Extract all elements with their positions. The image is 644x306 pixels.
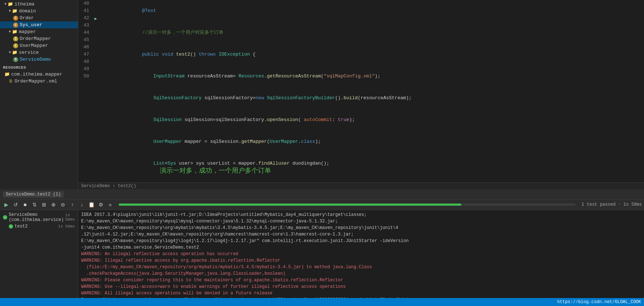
sidebar-item-label: OrderMapper bbox=[20, 36, 51, 41]
console-line-warning: WARNING: An illegal reflective access op… bbox=[81, 251, 641, 257]
class-icon: S bbox=[13, 57, 18, 62]
code-line-47: SqlSession sqlSession=sqlSessionFactory.… bbox=[102, 109, 644, 131]
test-item-label: test2 bbox=[15, 224, 28, 229]
sidebar-item-service-demo[interactable]: S ServiceDemo bbox=[0, 56, 78, 63]
sort-button[interactable]: ⇅ bbox=[31, 201, 39, 209]
sidebar-item-label: mapper bbox=[19, 29, 36, 35]
test-item-label: ServiceDemo (com.itheima.service) bbox=[9, 212, 64, 222]
folder-icon: 📁 bbox=[4, 72, 10, 77]
rerun-button[interactable]: ↺ bbox=[12, 201, 20, 209]
status-url: https://blog.csdn.net/GLOAL_COOK bbox=[557, 299, 641, 305]
breadcrumb: ServiceDemo › test2() bbox=[78, 182, 644, 189]
console-output[interactable]: IDEA 2017.3.4\plugins\junit\lib\junit-rt… bbox=[78, 210, 644, 298]
console-line-warning: WARNING: Please consider reporting this … bbox=[81, 277, 641, 283]
console-line: -junit4 com.itheima.service.ServiceDemo,… bbox=[81, 244, 641, 251]
console-line-warning: WARNING: All illegal access operations w… bbox=[81, 290, 641, 297]
test-time: 1s 58ms bbox=[58, 224, 75, 229]
line-numbers: 40 41 42 43 44 45 46 47 48 49 50 bbox=[78, 0, 92, 182]
folder-icon: 📁 bbox=[12, 29, 17, 35]
progress-bar-container bbox=[119, 204, 576, 206]
more-button[interactable]: » bbox=[106, 201, 114, 209]
code-line-41: @Test bbox=[102, 0, 644, 22]
test-tree: ServiceDemo (com.itheima.service) 1s 58m… bbox=[0, 210, 78, 298]
sidebar-item-sys-user[interactable]: C Sys_user bbox=[0, 21, 78, 28]
pass-icon bbox=[9, 224, 13, 229]
code-editor[interactable]: @Test //演示一对多，一个用户对应多个订单 public void tes… bbox=[99, 0, 644, 182]
interface-icon: I bbox=[13, 36, 18, 41]
test-item-test2[interactable]: test2 1s 58ms bbox=[1, 223, 76, 230]
code-line-46: SqlSessionFactory sqlSessionFactory=new … bbox=[102, 87, 644, 109]
console-line: IDEA 2017.3.4\plugins\junit\lib\junit-rt… bbox=[81, 212, 641, 218]
code-line-49: UserMapper mapper = sqlSession.getMapper… bbox=[102, 131, 644, 153]
status-bar: https://blog.csdn.net/GLOAL_COOK bbox=[0, 298, 644, 306]
settings-button[interactable]: ⚙ bbox=[97, 201, 105, 209]
sidebar-item-service[interactable]: ▼ 📁 service bbox=[0, 49, 78, 56]
sidebar-item-order[interactable]: C Order bbox=[0, 15, 78, 21]
folder-icon: 📁 bbox=[8, 1, 13, 7]
sidebar-item-label: OrderMapper.xml bbox=[15, 78, 57, 84]
console-line-warning: WARNING: Use --illegal-access=warn to en… bbox=[81, 283, 641, 290]
interface-icon: I bbox=[13, 43, 18, 48]
sidebar-item-mapper[interactable]: ▼ 📁 mapper bbox=[0, 28, 78, 35]
resources-section: resources bbox=[0, 64, 78, 71]
filter-button[interactable]: ⊞ bbox=[40, 201, 48, 209]
arrow-icon: ▼ bbox=[4, 2, 7, 6]
folder-icon: 📁 bbox=[12, 50, 17, 55]
console-line-warning: (file:/E:/my_maven_CK/maven_repository/o… bbox=[81, 264, 641, 270]
editor: 40 41 42 43 44 45 46 47 48 49 50 ▶ bbox=[78, 0, 644, 189]
console-line: E:\my_maven_CK\maven_repository\log4j\lo… bbox=[81, 238, 641, 244]
arrow-icon: ▼ bbox=[9, 9, 11, 13]
bottom-split: ServiceDemo (com.itheima.service) 1s 58m… bbox=[0, 210, 644, 298]
sidebar-item-order-mapper-xml[interactable]: 🗎 OrderMapper.xml bbox=[0, 78, 78, 85]
sidebar-item-user-mapper[interactable]: I UserMapper bbox=[0, 42, 78, 49]
sidebar-item-label: ServiceDemo bbox=[20, 57, 51, 62]
console-line-warning: .checkPackageAccess(java.lang.SecurityMa… bbox=[81, 270, 641, 277]
next-button[interactable]: ↓ bbox=[78, 201, 86, 209]
test-item-service-demo[interactable]: ServiceDemo (com.itheima.service) 1s 58m… bbox=[1, 212, 76, 223]
prev-button[interactable]: ↑ bbox=[68, 201, 76, 209]
sidebar-item-domain[interactable]: ▼ 📁 domain bbox=[0, 8, 78, 15]
collapse-button[interactable]: ⊖ bbox=[59, 201, 67, 209]
main-area: ▼ 📁 itheima ▼ 📁 domain C Order C Sys_use… bbox=[0, 0, 644, 190]
editor-content: 40 41 42 43 44 45 46 47 48 49 50 ▶ bbox=[78, 0, 644, 182]
class-icon: C bbox=[13, 16, 18, 21]
toolbar: ▶ ↺ ■ ⇅ ⊞ ⊕ ⊖ ↑ ↓ 📋 ⚙ » 1 test passed · … bbox=[0, 200, 644, 210]
panel-tab[interactable]: ServiceDemo.test2 (1) bbox=[3, 191, 64, 198]
code-line-42: //演示一对多，一个用户对应多个订单 bbox=[102, 22, 644, 44]
arrow-icon: ▼ bbox=[9, 51, 11, 55]
sidebar-item-order-mapper[interactable]: I OrderMapper bbox=[0, 35, 78, 42]
sidebar-item-label: com.itheima.mapper bbox=[11, 72, 62, 77]
sidebar-item-label: domain bbox=[19, 8, 36, 14]
sidebar-item-label: itheima bbox=[15, 1, 35, 7]
code-line-45: InputStream resourceAsStream= Resources.… bbox=[102, 65, 644, 87]
expand-button[interactable]: ⊕ bbox=[49, 201, 57, 209]
console-line-warning: WARNING: Illegal reflective access by or… bbox=[81, 257, 641, 264]
run-gutter: ▶ bbox=[92, 0, 99, 182]
sidebar-item-label: Order bbox=[20, 15, 34, 21]
console-line: E:\my_maven_CK\maven_repository\org\myba… bbox=[81, 225, 641, 231]
console-line: E:\my_maven_CK\maven_repository\mysql\my… bbox=[81, 218, 641, 225]
console-line: .12\junit-4.12.jar;E:\my_maven_CK\maven_… bbox=[81, 231, 641, 238]
code-line-50: List<Sys user> sys userList = mapper.fin… bbox=[102, 153, 644, 182]
export-button[interactable]: 📋 bbox=[87, 201, 95, 209]
test-result: 1 test passed · 1s 58ms bbox=[581, 202, 642, 207]
test-time: 1s 58ms bbox=[65, 213, 75, 222]
pass-icon bbox=[3, 215, 7, 220]
sidebar-item-com-mapper[interactable]: 📁 com.itheima.mapper bbox=[0, 71, 78, 78]
class-icon: C bbox=[13, 23, 18, 28]
panel-header: ServiceDemo.test2 (1) bbox=[0, 190, 644, 200]
sidebar-item-label: UserMapper bbox=[20, 43, 48, 48]
stop-button[interactable]: ■ bbox=[21, 201, 29, 209]
xml-icon: 🗎 bbox=[9, 78, 13, 84]
sidebar-item-label: service bbox=[19, 50, 39, 55]
arrow-icon: ▼ bbox=[9, 30, 11, 34]
code-line-43: public void test2() throws IOException { bbox=[102, 44, 644, 65]
run-button[interactable]: ▶ bbox=[2, 201, 10, 209]
progress-bar-fill bbox=[119, 204, 461, 206]
sidebar: ▼ 📁 itheima ▼ 📁 domain C Order C Sys_use… bbox=[0, 0, 78, 189]
bottom-panel: ServiceDemo.test2 (1) ▶ ↺ ■ ⇅ ⊞ ⊕ ⊖ ↑ ↓ … bbox=[0, 190, 644, 298]
run-test-button[interactable]: ▶ bbox=[92, 15, 99, 23]
sidebar-item-label: Sys_user bbox=[20, 22, 42, 28]
sidebar-item-itheima[interactable]: ▼ 📁 itheima bbox=[0, 1, 78, 8]
folder-icon: 📁 bbox=[12, 8, 17, 14]
